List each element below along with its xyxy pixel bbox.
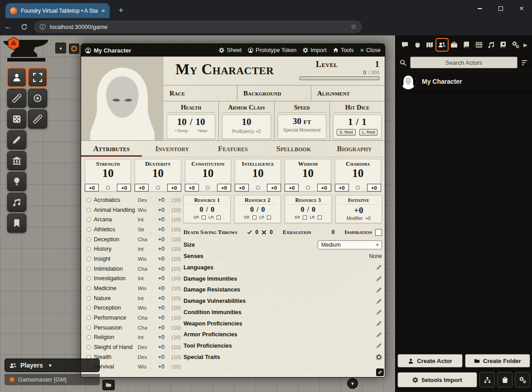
ability-mod[interactable]: +0 (235, 184, 249, 191)
ability-save[interactable]: +0 (267, 184, 281, 191)
address-bar[interactable]: localhost:30000/game ☆ (34, 20, 362, 33)
ability-score[interactable]: 10 (85, 167, 131, 179)
skill-proficiency-toggle[interactable] (87, 208, 91, 212)
character-name[interactable]: My Character (175, 60, 274, 79)
back-icon[interactable]: ← (0, 22, 16, 31)
edit-icon[interactable] (376, 332, 382, 338)
skill-proficiency-toggle[interactable] (87, 217, 91, 222)
scene-nav-collapse-button[interactable]: ▲ (55, 43, 66, 53)
ability-strength[interactable]: Strength10+0+0 (85, 159, 131, 191)
tab-inventory[interactable]: Inventory (142, 141, 203, 157)
skill-survival[interactable]: SurvivalWis+0(10) (87, 362, 181, 372)
measure-controls-button[interactable] (7, 89, 26, 108)
scene-nav-item[interactable] (69, 43, 79, 54)
ac-value[interactable]: 10 (222, 116, 270, 128)
create-folder-button[interactable]: Create Folder (465, 354, 530, 368)
actor-row-my-character[interactable]: My Character (396, 71, 532, 92)
sidebar-tab-tables[interactable] (473, 38, 485, 51)
create-actor-button[interactable]: Create Actor (397, 354, 463, 368)
skill-deception[interactable]: DeceptionCha+0(10) (87, 234, 181, 244)
edit-icon[interactable] (376, 320, 382, 326)
hit-dice-max[interactable]: 1 (362, 116, 367, 128)
skill-arcana[interactable]: ArcanaInt+0(10) (87, 215, 181, 225)
ability-constitution[interactable]: Constitution10+0+0 (185, 159, 231, 191)
ability-score[interactable]: 10 (335, 167, 381, 179)
search-input[interactable] (410, 57, 517, 68)
skill-persuasion[interactable]: PersuasionCha+0(10) (87, 323, 181, 333)
reload-icon[interactable] (21, 24, 28, 30)
browser-tab[interactable]: Foundry Virtual Tabletop • A Stan × (5, 3, 110, 18)
resource-max[interactable]: 0 (312, 206, 315, 214)
save-proficiency-toggle[interactable] (106, 186, 110, 190)
5etools-import-button[interactable]: 5etools Import (397, 372, 477, 387)
measure-tool-button[interactable] (28, 110, 47, 129)
sidebar-tab-journal[interactable] (460, 38, 473, 51)
ability-dexterity[interactable]: Dexterity10+0+0 (135, 159, 181, 191)
alignment-field[interactable]: Alignment (311, 86, 385, 101)
skill-insight[interactable]: InsightWis+0(10) (87, 254, 181, 264)
sidebar-tab-settings[interactable] (510, 38, 522, 51)
xp-value[interactable]: 0 (363, 70, 366, 75)
window-minimize-icon[interactable] (469, 0, 490, 17)
long-rest-checkbox[interactable] (318, 215, 322, 220)
ability-save[interactable]: +0 (167, 184, 181, 191)
ability-wisdom[interactable]: Wisdom10+0+0 (285, 159, 331, 191)
tab-attributes[interactable]: Attributes (81, 141, 142, 157)
save-proficiency-toggle[interactable] (206, 186, 210, 190)
skill-intimidation[interactable]: IntimidationCha+0(10) (87, 264, 181, 274)
special-movement-label[interactable]: Special Movement (278, 128, 326, 133)
config-gear-icon[interactable] (376, 354, 382, 360)
inspiration-checkbox[interactable] (375, 229, 382, 236)
settings-button[interactable] (515, 372, 530, 387)
initiative-modifier[interactable]: +0 (365, 216, 370, 221)
short-rest-checkbox[interactable] (202, 215, 206, 220)
skill-proficiency-toggle[interactable] (87, 247, 91, 251)
death-failure-icon[interactable] (261, 230, 266, 235)
drawing-controls-button[interactable] (7, 130, 26, 149)
sidebar-tab-scenes[interactable] (423, 38, 435, 51)
skill-investigation[interactable]: InvestigationInt+0(10) (87, 273, 181, 283)
prototype-token-button[interactable]: Prototype Token (248, 47, 296, 53)
tab-spellbook[interactable]: Spellbook (263, 141, 324, 157)
window-maximize-icon[interactable] (490, 0, 511, 17)
note-controls-button[interactable] (7, 214, 26, 233)
skill-proficiency-toggle[interactable] (87, 276, 91, 281)
ability-mod[interactable]: +0 (135, 184, 149, 191)
sidebar-tab-actors[interactable] (436, 38, 448, 51)
skill-proficiency-toggle[interactable] (87, 286, 91, 291)
folder-tree-button[interactable] (479, 372, 495, 387)
sidebar-tab-chat[interactable] (399, 38, 411, 51)
ability-mod[interactable]: +0 (335, 184, 349, 191)
edit-icon[interactable] (376, 287, 382, 293)
edit-icon[interactable] (376, 276, 382, 282)
save-proficiency-toggle[interactable] (356, 186, 360, 190)
resource-value[interactable]: 0 (200, 206, 203, 214)
window-header[interactable]: My Character SheetPrototype TokenImportT… (81, 44, 385, 57)
skill-medicine[interactable]: MedicineWis+0(10) (87, 283, 181, 293)
site-info-icon[interactable] (39, 24, 46, 30)
token-controls-button[interactable] (7, 68, 26, 87)
skill-nature[interactable]: NatureInt+0(10) (87, 293, 181, 303)
window-resize-handle[interactable] (376, 368, 384, 376)
skill-proficiency-toggle[interactable] (87, 227, 91, 232)
skill-proficiency-toggle[interactable] (87, 198, 91, 202)
skill-perception[interactable]: PerceptionWis+0(10) (87, 303, 181, 313)
skill-proficiency-toggle[interactable] (87, 296, 91, 301)
tab-biography[interactable]: Biography (324, 141, 385, 157)
skill-stealth[interactable]: StealthDex+0(10) (87, 352, 181, 362)
hp-max[interactable]: 10 (196, 116, 205, 128)
skill-proficiency-toggle[interactable] (87, 316, 91, 320)
import-button[interactable]: Import (303, 47, 326, 53)
tab-features[interactable]: Features (203, 141, 263, 157)
game-canvas[interactable]: ▲ My Character SheetPrototype TokenImpor… (0, 35, 532, 392)
ability-save[interactable]: +0 (217, 184, 231, 191)
save-proficiency-toggle[interactable] (306, 186, 310, 190)
lighting-controls-button[interactable] (7, 172, 26, 191)
death-success-icon[interactable] (247, 230, 252, 235)
resource-value[interactable]: 0 (250, 206, 254, 214)
hit-dice-value[interactable]: 1 (348, 116, 353, 128)
short-rest-checkbox[interactable] (252, 215, 256, 220)
resource-3-box[interactable]: Resource 300SRLR (285, 195, 332, 223)
edit-icon[interactable] (376, 298, 382, 304)
long-rest-checkbox[interactable] (217, 215, 221, 220)
